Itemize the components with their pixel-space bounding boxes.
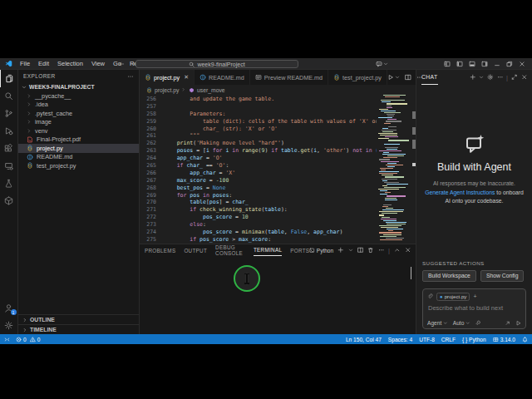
status-eol[interactable]: CRLF <box>441 337 456 342</box>
attach-context-icon[interactable] <box>427 293 433 299</box>
code-line[interactable]: 270 table[pos] = char_ <box>140 199 377 206</box>
chat-input-box[interactable]: ● project.py + Describe what to build ne… <box>422 288 526 330</box>
remote-indicator-icon[interactable] <box>4 337 10 342</box>
code-line[interactable]: 272 pos_score = 10 <box>140 214 377 221</box>
split-terminal-icon[interactable] <box>357 247 364 254</box>
activity-run-and-debug[interactable] <box>0 122 18 140</box>
add-context-button[interactable]: + <box>473 293 476 299</box>
tree-item-readme-md[interactable]: README.md <box>18 153 139 162</box>
tree-root-folder[interactable]: WEEK9-FINALPROJECT <box>18 82 139 91</box>
status-cursor-position[interactable]: Ln 150, Col 47 <box>346 337 382 342</box>
code-line[interactable]: 268 best_pos = None <box>140 185 377 192</box>
breadcrumb-file[interactable]: project.py <box>155 87 179 93</box>
status-language-mode[interactable]: { } Python <box>462 337 486 342</box>
chat-settings-icon[interactable] <box>487 74 494 81</box>
tree-item--pycache-[interactable]: __pycache__ <box>18 91 139 101</box>
code-line[interactable]: 256 and update the game table. <box>140 96 377 103</box>
tab-test-project-py[interactable]: test_project.py <box>328 70 387 85</box>
toggle-secondary-sidebar-icon[interactable] <box>481 61 488 67</box>
breadcrumb[interactable]: project.py user_move <box>140 85 416 95</box>
code-line[interactable]: 273 else: <box>140 221 377 229</box>
code-line[interactable]: 261 """ <box>140 132 377 140</box>
code-line[interactable]: 275 if pos_score > max_score: <box>140 236 377 244</box>
terminal-dropdown-icon[interactable] <box>348 248 353 253</box>
build-workspace-button[interactable]: Build Workspace <box>422 270 476 282</box>
tab-readme-md[interactable]: README.md <box>195 70 250 85</box>
code-line[interactable]: 266 app_char = 'X' <box>140 170 377 177</box>
new-terminal-icon[interactable] <box>337 247 344 254</box>
menu-view[interactable]: View <box>88 59 108 68</box>
close-panel-icon[interactable] <box>405 247 411 254</box>
chat-input-placeholder[interactable]: Describe what to build next <box>428 304 520 312</box>
kill-terminal-icon[interactable] <box>367 247 374 254</box>
breadcrumb-symbol[interactable]: user_move <box>197 87 225 93</box>
code-line[interactable]: 258 Parameters: <box>140 111 377 118</box>
outline-section[interactable]: OUTLINE <box>18 314 139 324</box>
chat-more-icon[interactable] <box>497 74 504 81</box>
status-indentation[interactable]: Spaces: 4 <box>388 337 412 342</box>
problems-indicator[interactable]: 0 0 <box>16 337 40 342</box>
model-picker[interactable]: Auto <box>453 320 470 326</box>
status-notifications[interactable] <box>522 337 528 342</box>
code-line[interactable]: 259 table (dict): cells of the table wit… <box>140 118 377 126</box>
run-dropdown-icon[interactable] <box>395 75 400 80</box>
tree-item--pytest-cache[interactable]: .pytest_cache <box>18 109 139 118</box>
code-line[interactable]: 267 max_score = -100 <box>140 177 377 185</box>
activity-testing[interactable] <box>0 175 18 192</box>
code-line[interactable]: 257 <box>140 103 377 111</box>
restore-icon[interactable] <box>506 61 513 67</box>
code-editor[interactable]: 256 and update the game table.257258 Par… <box>140 95 416 244</box>
toggle-sidebar-icon[interactable] <box>456 61 463 67</box>
show-config-button[interactable]: Show Config <box>480 270 525 282</box>
panel-more-icon[interactable] <box>378 247 385 254</box>
activity-search[interactable] <box>0 87 18 105</box>
activity-source-control[interactable] <box>0 105 18 122</box>
configure-tools-icon[interactable] <box>475 320 481 326</box>
status-python-version[interactable]: 3.14.0 <box>493 337 515 342</box>
back-icon[interactable] <box>118 61 125 67</box>
terminal-profile[interactable]: Python <box>309 248 333 254</box>
command-center[interactable]: week9-finalProject <box>135 60 298 68</box>
status-encoding[interactable]: UTF-8 <box>419 337 435 342</box>
panel-tab-ports[interactable]: PORTS <box>290 244 309 256</box>
menu-edit[interactable]: Edit <box>35 59 52 68</box>
panel-tab-terminal[interactable]: TERMINAL <box>254 244 282 256</box>
tree-item-project-py[interactable]: project.py <box>18 144 139 153</box>
customize-layout-icon[interactable] <box>444 61 451 67</box>
activity-manage[interactable] <box>0 317 18 334</box>
activity-accounts[interactable]: 1 <box>0 299 18 317</box>
mode-picker[interactable]: Agent <box>427 320 448 326</box>
copilot-button[interactable] <box>376 61 388 67</box>
menu-selection[interactable]: Selection <box>54 59 86 68</box>
minimap[interactable] <box>377 95 411 244</box>
minimize-icon[interactable] <box>494 61 500 67</box>
tree-item-image[interactable]: image <box>18 118 139 127</box>
panel-tab-output[interactable]: OUTPUT <box>184 244 207 256</box>
menu-file[interactable]: File <box>17 59 33 68</box>
code-line[interactable]: 271 if check_winning_state(table): <box>140 206 377 214</box>
close-tab-icon[interactable]: ✕ <box>184 74 189 81</box>
panel-tab-problems[interactable]: PROBLEMS <box>145 244 175 256</box>
context-chip[interactable]: ● project.py <box>436 293 470 301</box>
arrow-up-right-icon[interactable] <box>505 320 511 327</box>
more-actions-icon[interactable] <box>416 74 423 81</box>
chat-dropdown-icon[interactable] <box>479 75 484 80</box>
terminal-scrollbar[interactable] <box>411 267 412 279</box>
tab-preview-readme-md[interactable]: Preview README.md <box>250 70 328 85</box>
chat-maximize-icon[interactable] <box>511 74 518 81</box>
activity-extensions[interactable] <box>0 140 18 157</box>
code-line[interactable]: 265 if char_ == 'O': <box>140 162 377 170</box>
code-line[interactable]: 274 pos_score = minimax(table, False, ap… <box>140 229 377 236</box>
activity-package-explorer[interactable] <box>0 192 18 209</box>
timeline-section[interactable]: TIMELINE <box>18 324 139 334</box>
code-line[interactable]: 260 char_ (str): 'X' or 'O' <box>140 126 377 133</box>
code-line[interactable]: 263 poses = [i for i in range(9) if tabl… <box>140 147 377 155</box>
tree-item-final-project-pdf[interactable]: Final-Project.pdf <box>18 135 139 145</box>
generate-instructions-link[interactable]: Generate Agent Instructions <box>425 190 495 195</box>
code-line[interactable]: 269 for pos in poses: <box>140 192 377 200</box>
explorer-more-actions-icon[interactable] <box>127 73 134 80</box>
code-line[interactable]: 262 print('Making move level "hard"') <box>140 140 377 147</box>
tree-item-test-project-py[interactable]: test_project.py <box>18 161 139 170</box>
send-icon[interactable] <box>515 320 522 327</box>
toggle-panel-icon[interactable] <box>469 61 475 67</box>
